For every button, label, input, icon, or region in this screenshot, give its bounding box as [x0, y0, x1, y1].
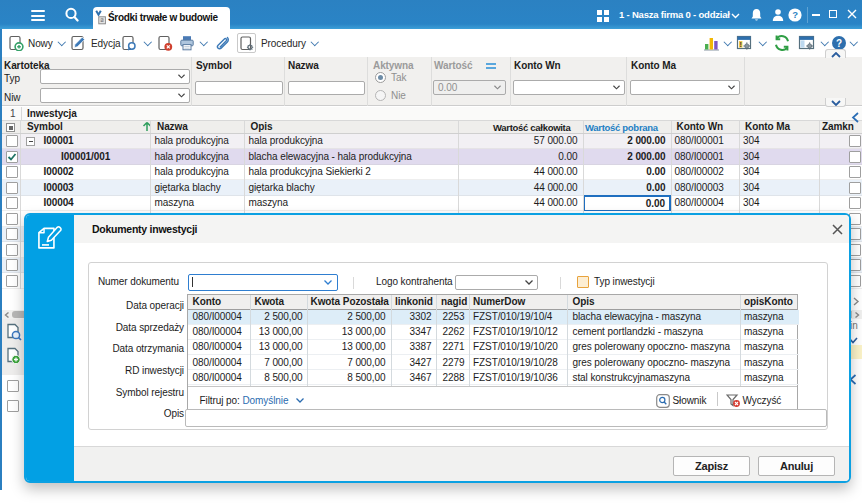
svg-text:?: ? [836, 38, 842, 49]
svg-text:?: ? [792, 9, 798, 20]
svg-text:!: ! [740, 41, 742, 48]
